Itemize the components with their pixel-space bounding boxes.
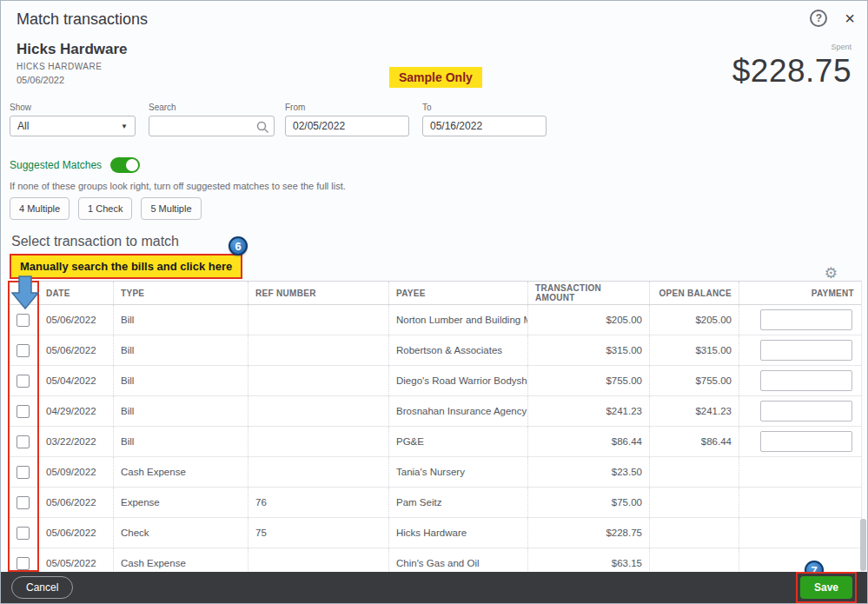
col-type: TYPE bbox=[113, 282, 248, 304]
payment-input[interactable] bbox=[760, 309, 852, 330]
annotation-save-outline: Save bbox=[796, 572, 857, 603]
show-dropdown[interactable]: All ▼ bbox=[10, 116, 136, 136]
vendor-header: Hicks Hardware HICKS HARDWARE 05/06/2022 bbox=[17, 41, 128, 85]
vertical-scrollbar[interactable] bbox=[860, 519, 866, 571]
show-label: Show bbox=[10, 103, 136, 112]
cell-transaction-amount: $86.44 bbox=[527, 427, 649, 456]
table-row: 03/22/2022BillPG&E$86.44$86.44 bbox=[8, 427, 861, 457]
row-checkbox[interactable] bbox=[17, 314, 30, 327]
cell-payment bbox=[739, 335, 861, 365]
row-checkbox[interactable] bbox=[17, 405, 30, 418]
close-icon[interactable]: × bbox=[845, 10, 855, 27]
match-group-button[interactable]: 4 Multiple bbox=[10, 197, 70, 220]
cell-type: Check bbox=[113, 518, 248, 548]
payment-input[interactable] bbox=[760, 431, 852, 452]
cell-transaction-amount: $205.00 bbox=[527, 305, 649, 335]
row-checkbox-cell bbox=[8, 366, 38, 395]
row-checkbox[interactable] bbox=[17, 344, 30, 357]
row-checkbox-cell bbox=[8, 488, 38, 517]
match-group-button[interactable]: 1 Check bbox=[78, 197, 132, 220]
payment-input[interactable] bbox=[760, 370, 852, 391]
annotation-step-6-badge: 6 bbox=[229, 236, 248, 256]
cell-open-balance bbox=[649, 488, 739, 517]
cell-date: 05/09/2022 bbox=[38, 457, 113, 487]
col-transaction-amount: TRANSACTION AMOUNT bbox=[527, 282, 649, 304]
cell-open-balance bbox=[649, 457, 739, 487]
cell-date: 05/04/2022 bbox=[38, 366, 113, 395]
vendor-name: Hicks Hardware bbox=[17, 41, 128, 58]
cell-date: 03/22/2022 bbox=[38, 427, 113, 456]
cell-ref-number bbox=[248, 457, 388, 487]
from-date-input[interactable] bbox=[293, 116, 401, 136]
cell-payee: Brosnahan Insurance Agency bbox=[388, 396, 527, 426]
gear-icon[interactable]: ⚙ bbox=[825, 264, 838, 282]
cell-type: Bill bbox=[113, 305, 248, 335]
cell-ref-number bbox=[248, 305, 388, 335]
toggle-knob bbox=[126, 159, 138, 171]
cell-payee: Norton Lumber and Building Ma... bbox=[388, 305, 527, 335]
cell-ref-number bbox=[248, 396, 388, 426]
chevron-down-icon: ▼ bbox=[121, 123, 128, 130]
cell-open-balance: $755.00 bbox=[649, 366, 739, 395]
row-checkbox-cell bbox=[8, 396, 38, 426]
row-checkbox[interactable] bbox=[17, 557, 30, 570]
table-row: 05/09/2022Cash ExpenseTania's Nursery$23… bbox=[8, 457, 861, 488]
cell-payment bbox=[739, 427, 861, 456]
row-checkbox[interactable] bbox=[17, 375, 30, 388]
cancel-button[interactable]: Cancel bbox=[11, 576, 73, 599]
cell-payment bbox=[739, 457, 861, 487]
table-row: 05/06/2022Expense76Pam Seitz$75.00 bbox=[8, 488, 861, 518]
cell-ref-number: 75 bbox=[248, 518, 388, 548]
table-row: 04/29/2022BillBrosnahan Insurance Agency… bbox=[8, 396, 861, 427]
cell-payee: Chin's Gas and Oil bbox=[388, 548, 527, 574]
match-transactions-dialog: Match transactions ? × Hicks Hardware HI… bbox=[0, 0, 868, 604]
cell-type: Bill bbox=[113, 335, 248, 365]
cell-payee: Tania's Nursery bbox=[388, 457, 527, 487]
col-payee: PAYEE bbox=[388, 282, 527, 304]
match-group-button[interactable]: 5 Multiple bbox=[141, 197, 201, 220]
cell-transaction-amount: $315.00 bbox=[527, 335, 649, 365]
cell-open-balance: $315.00 bbox=[649, 335, 739, 365]
suggested-matches-toggle[interactable] bbox=[110, 157, 140, 173]
vendor-subtitle: HICKS HARDWARE bbox=[17, 62, 128, 71]
table-row: 05/06/2022BillNorton Lumber and Building… bbox=[8, 305, 861, 335]
cell-ref-number bbox=[248, 548, 388, 574]
cell-type: Bill bbox=[113, 427, 248, 456]
from-date-box bbox=[285, 116, 409, 136]
row-checkbox[interactable] bbox=[17, 435, 30, 448]
col-open-balance: OPEN BALANCE bbox=[649, 282, 739, 304]
cell-open-balance: $241.23 bbox=[649, 396, 739, 426]
row-checkbox-cell bbox=[8, 457, 38, 487]
search-input[interactable] bbox=[156, 116, 253, 136]
cell-open-balance bbox=[649, 518, 739, 548]
cell-date: 05/05/2022 bbox=[38, 548, 113, 574]
to-date-input[interactable] bbox=[430, 116, 539, 136]
payment-input[interactable] bbox=[760, 401, 852, 421]
cell-ref-number bbox=[248, 427, 388, 456]
payment-input[interactable] bbox=[760, 340, 852, 361]
cell-payee: Diego's Road Warrior Bodyshop bbox=[388, 366, 527, 395]
row-checkbox-cell bbox=[8, 548, 38, 574]
cell-payee: Robertson & Associates bbox=[388, 335, 527, 365]
cell-date: 05/06/2022 bbox=[38, 305, 113, 335]
col-payment: PAYMENT bbox=[739, 282, 861, 304]
save-button[interactable]: Save bbox=[800, 576, 852, 599]
row-checkbox-cell bbox=[8, 518, 38, 548]
transaction-date: 05/06/2022 bbox=[17, 75, 128, 85]
spent-label: Spent bbox=[732, 43, 851, 51]
search-label: Search bbox=[149, 103, 275, 112]
row-checkbox[interactable] bbox=[17, 496, 30, 509]
cell-transaction-amount: $75.00 bbox=[527, 488, 649, 517]
suggested-matches-label: Suggested Matches bbox=[10, 159, 102, 171]
table-row: 05/06/2022Check75Hicks Hardware$228.75 bbox=[8, 518, 861, 548]
spent-summary: Spent $228.75 bbox=[732, 43, 851, 90]
cell-type: Bill bbox=[113, 366, 248, 395]
from-label: From bbox=[285, 103, 409, 112]
row-checkbox[interactable] bbox=[17, 466, 30, 479]
table-header: DATE TYPE REF NUMBER PAYEE TRANSACTION A… bbox=[8, 282, 861, 305]
help-icon[interactable]: ? bbox=[810, 10, 827, 27]
cell-payment bbox=[739, 548, 861, 574]
cell-transaction-amount: $755.00 bbox=[527, 366, 649, 395]
row-checkbox[interactable] bbox=[17, 527, 30, 540]
search-icon bbox=[255, 120, 269, 134]
